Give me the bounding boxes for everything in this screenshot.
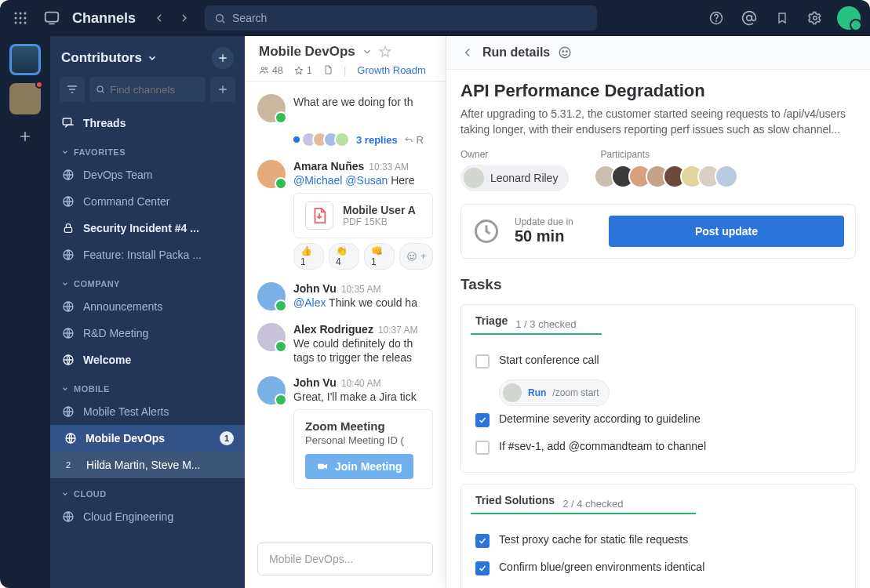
- file-attachment[interactable]: Mobile User APDF 15KB: [293, 193, 433, 238]
- task-section-tried-solutions: Tried Solutions 2 / 4 checked Test proxy…: [460, 484, 856, 588]
- svg-point-28: [265, 67, 268, 70]
- sidebar-item-cloud-engineering[interactable]: Cloud Engineering: [50, 503, 245, 530]
- panel-back-button[interactable]: [460, 45, 475, 60]
- avatar[interactable]: [257, 160, 286, 188]
- task-item[interactable]: If #sev-1, add @commandteam to channel: [475, 434, 841, 461]
- section-cloud[interactable]: CLOUD: [50, 478, 245, 503]
- svg-rect-16: [63, 118, 71, 125]
- svg-point-8: [24, 22, 27, 24]
- reaction[interactable]: 👊 1: [364, 243, 395, 270]
- task-item[interactable]: Test proxy cache for static file request…: [475, 527, 841, 554]
- avatar[interactable]: [257, 94, 286, 122]
- reaction[interactable]: 👏 4: [329, 243, 359, 270]
- pinned-count[interactable]: 1: [294, 64, 312, 76]
- checkbox[interactable]: [475, 413, 490, 427]
- nav-back-icon[interactable]: [148, 7, 170, 29]
- find-channels-input[interactable]: [89, 77, 206, 102]
- server-tile-1[interactable]: [9, 44, 41, 75]
- task-section-tab[interactable]: Triage 1 / 3 checked: [461, 305, 855, 343]
- panel-header: Run details: [446, 36, 870, 70]
- user-avatar[interactable]: [837, 6, 861, 30]
- avatar[interactable]: [257, 323, 286, 351]
- svg-point-30: [410, 255, 411, 256]
- section-mobile[interactable]: MOBILE: [50, 373, 245, 398]
- globe-icon: [61, 168, 75, 182]
- new-button[interactable]: [212, 47, 234, 69]
- svg-point-12: [716, 20, 717, 21]
- sidebar-item-feature-install[interactable]: Feature: Install Packa ...: [50, 241, 245, 268]
- channel-description-link[interactable]: Growth Roadm: [357, 64, 425, 76]
- avatar[interactable]: [257, 282, 286, 310]
- checkbox[interactable]: [475, 354, 490, 368]
- section-company[interactable]: COMPANY: [50, 268, 245, 293]
- members-count[interactable]: 48: [259, 64, 283, 76]
- channels-icon[interactable]: [41, 7, 63, 29]
- message[interactable]: What are we doing for th: [245, 88, 446, 129]
- server-tile-2[interactable]: [9, 83, 41, 114]
- saved-icon[interactable]: [771, 7, 793, 29]
- sidebar-item-dm-hilda[interactable]: 2Hilda Martin, Steve M...: [50, 452, 245, 478]
- task-section-tab[interactable]: Tried Solutions 2 / 4 checked: [461, 485, 855, 522]
- messages-list: What are we doing for th 3 replies R Ama…: [245, 82, 446, 535]
- run-title: API Performance Degradation: [460, 81, 856, 101]
- message-composer[interactable]: Mobile DevOps...: [257, 543, 433, 575]
- find-channels-field[interactable]: [110, 84, 199, 96]
- files-icon[interactable]: [323, 64, 333, 76]
- svg-point-6: [15, 22, 17, 24]
- post-update-button[interactable]: Post update: [609, 216, 844, 247]
- star-icon[interactable]: [379, 45, 391, 58]
- task-item[interactable]: Determine severity according to guidelin…: [475, 406, 841, 434]
- checkbox[interactable]: [475, 534, 490, 548]
- checkbox[interactable]: [475, 561, 490, 575]
- svg-point-4: [20, 17, 22, 20]
- sidebar-item-mobile-test-alerts[interactable]: Mobile Test Alerts: [50, 398, 245, 425]
- emoji-icon[interactable]: [558, 45, 572, 60]
- message[interactable]: John Vu10:40 AM Great, I'll make a Jira …: [245, 370, 446, 495]
- section-favorites[interactable]: FAVORITES: [50, 136, 245, 162]
- sidebar-item-devops-team[interactable]: DevOps Team: [50, 162, 245, 188]
- mentions-icon[interactable]: [738, 7, 760, 29]
- filter-button[interactable]: [60, 77, 85, 102]
- task-item[interactable]: Start conference call: [475, 347, 841, 375]
- avatar[interactable]: [257, 376, 286, 405]
- chevron-down-icon[interactable]: [362, 46, 373, 57]
- owner-chip[interactable]: Leonard Riley: [460, 165, 569, 191]
- svg-rect-9: [46, 13, 59, 22]
- globe-icon: [61, 299, 75, 314]
- nav-forward-icon[interactable]: [173, 7, 195, 29]
- participants-list[interactable]: [600, 165, 738, 188]
- threads-item[interactable]: Threads: [50, 110, 245, 136]
- svg-point-33: [559, 47, 570, 58]
- settings-icon[interactable]: [804, 7, 826, 29]
- apps-grid-icon[interactable]: [9, 7, 31, 29]
- sidebar-item-command-center[interactable]: Command Center: [50, 188, 245, 215]
- search-placeholder: Search: [232, 12, 267, 24]
- sidebar-item-welcome[interactable]: Welcome: [50, 347, 245, 373]
- run-description: After upgrading to 5.31.2, the customer …: [460, 106, 856, 138]
- add-reaction-button[interactable]: +: [399, 243, 433, 270]
- workspace-switcher[interactable]: Contributors: [50, 36, 245, 77]
- help-icon[interactable]: [705, 7, 727, 29]
- task-item[interactable]: Confirm blue/green environments identica…: [475, 554, 841, 582]
- dm-count-badge: 2: [61, 458, 75, 472]
- thread-summary[interactable]: 3 replies R: [245, 129, 446, 154]
- globe-icon: [61, 194, 75, 209]
- sidebar-item-mobile-devops[interactable]: Mobile DevOps1: [50, 425, 245, 452]
- global-search[interactable]: Search: [205, 5, 597, 31]
- message[interactable]: Amara Nuñes10:33 AM @Michael @Susan Here…: [245, 154, 446, 276]
- message[interactable]: John Vu10:35 AM @Alex Think we could ha: [245, 276, 446, 317]
- channel-title[interactable]: Mobile DevOps: [259, 44, 355, 60]
- sidebar-item-security-incident[interactable]: Security Incident #4 ...: [50, 215, 245, 241]
- svg-point-14: [814, 16, 817, 20]
- message[interactable]: Alex Rodriguez10:37 AM We could definite…: [245, 317, 446, 370]
- sidebar-item-announcements[interactable]: Announcements: [50, 293, 245, 320]
- sidebar-item-rd-meeting[interactable]: R&D Meeting: [50, 320, 245, 347]
- reaction[interactable]: 👍 1: [293, 243, 324, 270]
- join-meeting-button[interactable]: Join Meeting: [305, 454, 413, 479]
- checkbox[interactable]: [475, 441, 490, 455]
- run-command-pill[interactable]: Run /zoom start: [499, 379, 610, 406]
- workspace-name: Contributors: [61, 50, 142, 66]
- add-server-button[interactable]: [11, 122, 39, 151]
- add-channel-button[interactable]: [210, 77, 235, 102]
- svg-point-34: [562, 51, 564, 53]
